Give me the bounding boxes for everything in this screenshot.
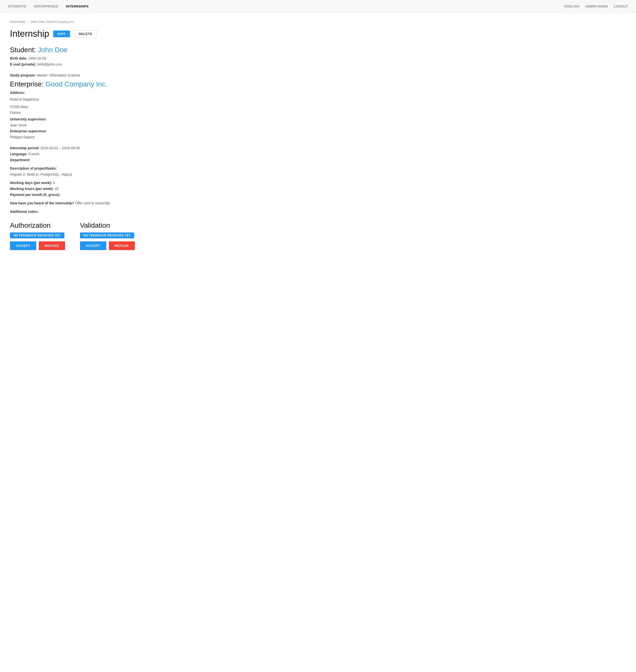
birth-date-label: Birth date: [10,56,27,60]
validation-refuse-button[interactable]: REFUSE [109,241,135,250]
nav-students[interactable]: STUDENTS [8,4,26,8]
period-row: Internship period: 2016-04-01 – 2016-09-… [10,146,214,150]
authorization-badge: NO FEEDBACK RECEIVED YET [10,232,64,239]
payment-label: Payment per month (€, gross): [10,193,60,197]
validation-accept-button[interactable]: ACCEPT [80,241,106,250]
delete-button[interactable]: DELETE [74,30,97,38]
working-hours-label: Working hours (per week): [10,187,54,191]
working-days-row: Working days (per week): 5 [10,181,214,185]
enterprise-section-title: Enterprise: Good Company Inc. [10,80,214,88]
breadcrumb-separator: / [28,20,29,24]
working-hours-row: Working hours (per week): 40 [10,187,214,191]
student-section-title: Student: John Doe [10,46,214,54]
authorization-section: Authorization NO FEEDBACK RECEIVED YET A… [10,222,65,250]
address-label-row: Address: [10,90,214,95]
nav-left: STUDENTS ENTERPRISES INTERNSHIPS [8,4,89,8]
authorization-accept-button[interactable]: ACCEPT [10,241,36,250]
enterprise-supervisor-value: Philippe Dupont [10,135,35,139]
edit-button[interactable]: EDIT [53,30,70,37]
description-value-row: Angular 2, Node.js, PostgreSQL, Hapi.js [10,172,214,176]
heard-row: How have you heard of the internship? Of… [10,201,214,205]
description-value: Angular 2, Node.js, PostgreSQL, Hapi.js [10,172,72,176]
payment-row: Payment per month (€, gross): [10,193,214,197]
main-content: Internships / John Doe, Good Company Inc… [0,13,224,265]
language-value: French [28,152,40,156]
authorization-title: Authorization [10,222,65,229]
validation-title: Validation [80,222,135,229]
address-line1: Road to happiness [10,97,214,102]
email-value: hello@john.com [37,62,62,66]
email-row: E-mail (private): hello@john.com [10,62,214,66]
study-program-row: Study program: Master: Information Scien… [10,73,214,77]
period-label: Internship period: [10,146,40,150]
bottom-sections: Authorization NO FEEDBACK RECEIVED YET A… [10,222,214,250]
email-label: E-mail (private): [10,62,36,66]
department-row: Department: [10,158,214,162]
heard-value: Offer sent to university [75,201,110,205]
description-label-row: Description of project/tasks: [10,166,214,170]
enterprise-supervisor-row: Enterprise supervisor: [10,129,214,133]
notes-label: Additional notes: [10,209,38,213]
university-supervisor-label: University supervisor: [10,117,47,121]
student-name-link[interactable]: John Doe [38,46,67,54]
nav-internships[interactable]: INTERNSHIPS [66,4,89,8]
department-label: Department: [10,158,30,162]
birth-date-row: Birth date: 1990-10-03 [10,56,214,60]
description-label: Description of project/tasks: [10,166,57,170]
birth-date-value: 1990-10-03 [28,56,46,60]
authorization-actions: ACCEPT REFUSE [10,241,65,250]
authorization-refuse-button[interactable]: REFUSE [39,241,65,250]
period-value: 2016-04-01 – 2016-09-30 [40,146,80,150]
navbar: STUDENTS ENTERPRISES INTERNSHIPS ENGLISH… [0,0,636,13]
address-line2: 57000 Metz [10,104,214,109]
nav-admin[interactable]: ADMIN ADMIN [585,4,608,8]
university-supervisor-value: Jean Smet [10,123,26,127]
validation-actions: ACCEPT REFUSE [80,241,135,250]
notes-row: Additional notes: [10,209,214,213]
page-title-row: Internship EDIT DELETE [10,28,214,39]
university-supervisor-value-row: Jean Smet [10,123,214,127]
study-program-label: Study program: [10,73,36,77]
nav-enterprises[interactable]: ENTERPRISES [34,4,58,8]
nav-right: ENGLISH ADMIN ADMIN LOGOUT [564,4,628,8]
working-hours-value: 40 [55,187,59,191]
nav-language[interactable]: ENGLISH [564,4,579,8]
working-days-label: Working days (per week): [10,181,52,185]
validation-badge: NO FEEDBACK RECEIVED YET [80,232,134,239]
university-supervisor-row: University supervisor: [10,117,214,121]
validation-section: Validation NO FEEDBACK RECEIVED YET ACCE… [80,222,135,250]
breadcrumb: Internships / John Doe, Good Company Inc… [10,20,214,24]
address-line3: France [10,110,214,115]
enterprise-supervisor-value-row: Philippe Dupont [10,135,214,139]
address-block: Road to happiness 57000 Metz France [10,97,214,115]
student-label: Student: [10,46,36,54]
nav-logout[interactable]: LOGOUT [614,4,628,8]
working-days-value: 5 [53,181,55,185]
study-program-value: Master: Information Science [37,73,80,77]
language-label: Language: [10,152,27,156]
breadcrumb-parent-link[interactable]: Internships [10,20,26,24]
page-title: Internship [10,28,49,39]
heard-label: How have you heard of the internship? [10,201,74,205]
enterprise-name-link[interactable]: Good Company Inc. [45,80,107,88]
enterprise-supervisor-label: Enterprise supervisor: [10,129,47,133]
language-row: Language: French [10,152,214,156]
breadcrumb-current: John Doe, Good Company Inc. [31,20,75,24]
address-label: Address: [10,90,25,95]
enterprise-label: Enterprise: [10,80,43,88]
